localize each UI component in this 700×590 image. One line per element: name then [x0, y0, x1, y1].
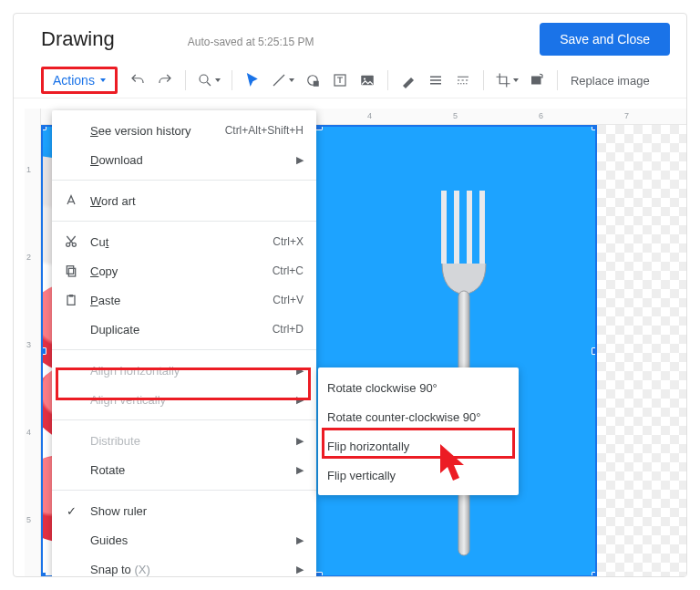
- submenu-flip-vertical[interactable]: Flip vertically: [318, 461, 519, 490]
- menu-guides[interactable]: Guides ▶: [52, 525, 316, 554]
- border-dash-button[interactable]: [450, 67, 476, 93]
- save-and-close-button[interactable]: Save and Close: [540, 23, 670, 56]
- menu-paste[interactable]: Paste Ctrl+V: [52, 285, 316, 315]
- menu-show-ruler[interactable]: ✓ Show ruler: [52, 496, 316, 525]
- undo-button[interactable]: [125, 67, 150, 93]
- check-icon: ✓: [61, 504, 81, 518]
- zoom-button[interactable]: [193, 67, 224, 93]
- image-tool[interactable]: [355, 67, 380, 93]
- border-weight-button[interactable]: [423, 67, 448, 93]
- submenu-arrow-icon: ▶: [296, 394, 304, 406]
- svg-point-5: [364, 78, 365, 79]
- actions-menu: See version history Ctrl+Alt+Shift+H Dow…: [52, 110, 316, 577]
- wordart-icon: [61, 193, 81, 208]
- resize-handle[interactable]: [315, 125, 323, 130]
- menu-align-horizontal: Align horizontally ▶: [52, 356, 316, 385]
- menu-download[interactable]: Download ▶: [52, 145, 316, 174]
- menu-copy[interactable]: Copy Ctrl+C: [52, 256, 316, 285]
- svg-point-0: [200, 75, 208, 83]
- menu-duplicate[interactable]: Duplicate Ctrl+D: [52, 315, 316, 344]
- cut-icon: [61, 234, 81, 249]
- submenu-rotate-cw[interactable]: Rotate clockwise 90°: [318, 373, 519, 402]
- page-title: Drawing: [41, 27, 115, 51]
- menu-word-art[interactable]: Word art: [52, 186, 316, 215]
- submenu-arrow-icon: ▶: [296, 464, 304, 476]
- vertical-ruler: 1 2 3 4 5: [25, 109, 41, 576]
- resize-handle[interactable]: [592, 125, 597, 130]
- toolbar: Actions Replace image: [14, 63, 686, 98]
- submenu-arrow-icon: ▶: [296, 365, 304, 377]
- shape-tool[interactable]: [300, 67, 325, 93]
- highlight-actions: Actions: [41, 67, 118, 94]
- menu-snap-to[interactable]: Snap to (X) ▶: [52, 554, 316, 577]
- select-tool[interactable]: [240, 67, 265, 93]
- submenu-flip-horizontal[interactable]: Flip horizontally: [318, 431, 519, 461]
- svg-rect-10: [68, 268, 75, 276]
- submenu-arrow-icon: ▶: [296, 534, 304, 546]
- submenu-arrow-icon: ▶: [296, 154, 304, 166]
- copy-icon: [61, 264, 81, 278]
- menu-version-history[interactable]: See version history Ctrl+Alt+Shift+H: [52, 116, 316, 145]
- svg-rect-12: [67, 295, 75, 305]
- resize-handle[interactable]: [41, 572, 46, 577]
- svg-rect-11: [67, 266, 73, 274]
- menu-distribute: Distribute ▶: [52, 426, 316, 455]
- replace-image-button[interactable]: Replace image: [565, 74, 655, 88]
- crop-button[interactable]: [491, 67, 522, 93]
- reset-image-button[interactable]: [524, 67, 550, 93]
- resize-handle[interactable]: [41, 125, 46, 130]
- redo-button[interactable]: [152, 67, 178, 93]
- menu-rotate[interactable]: Rotate ▶: [52, 455, 316, 484]
- resize-handle[interactable]: [315, 572, 323, 577]
- paste-icon: [61, 293, 81, 307]
- textbox-tool[interactable]: [327, 67, 353, 93]
- resize-handle[interactable]: [592, 347, 597, 355]
- svg-rect-6: [531, 77, 541, 85]
- border-color-button[interactable]: [396, 67, 421, 93]
- submenu-rotate-ccw[interactable]: Rotate counter-clockwise 90°: [318, 402, 519, 431]
- rotate-submenu: Rotate clockwise 90° Rotate counter-cloc…: [318, 367, 519, 495]
- submenu-arrow-icon: ▶: [296, 435, 304, 447]
- svg-rect-2: [314, 81, 319, 87]
- submenu-arrow-icon: ▶: [296, 564, 304, 575]
- svg-rect-13: [69, 295, 73, 297]
- resize-handle[interactable]: [41, 347, 46, 355]
- resize-handle[interactable]: [592, 572, 597, 577]
- annotation-cursor-icon: [435, 442, 479, 493]
- autosave-status: Auto-saved at 5:25:15 PM: [188, 36, 314, 48]
- drawing-dialog: Drawing Auto-saved at 5:25:15 PM Save an…: [13, 13, 687, 577]
- header: Drawing Auto-saved at 5:25:15 PM Save an…: [14, 14, 686, 63]
- line-tool[interactable]: [267, 67, 298, 93]
- menu-cut[interactable]: Cut Ctrl+X: [52, 227, 316, 256]
- menu-align-vertical: Align vertically ▶: [52, 385, 316, 414]
- actions-menu-button[interactable]: Actions: [44, 69, 115, 91]
